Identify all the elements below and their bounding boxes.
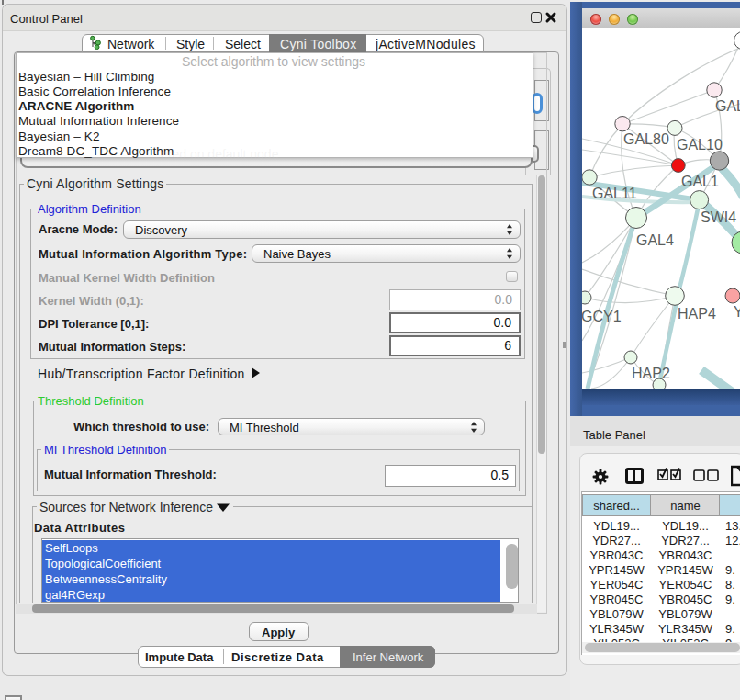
svg-text:GAL4: GAL4 xyxy=(636,232,674,248)
svg-text:SWI4: SWI4 xyxy=(701,209,736,225)
svg-text:YM: YM xyxy=(734,304,740,320)
svg-text:HAP4: HAP4 xyxy=(678,306,716,322)
svg-text:HAP2: HAP2 xyxy=(632,366,670,381)
svg-text:GCY1: GCY1 xyxy=(582,309,622,324)
svg-text:GAL7: GAL7 xyxy=(715,98,740,114)
svg-text:GAL11: GAL11 xyxy=(592,186,637,201)
svg-text:GAL1: GAL1 xyxy=(681,174,719,189)
svg-text:GAL10: GAL10 xyxy=(677,137,723,152)
svg-text:GAL80: GAL80 xyxy=(623,131,669,147)
